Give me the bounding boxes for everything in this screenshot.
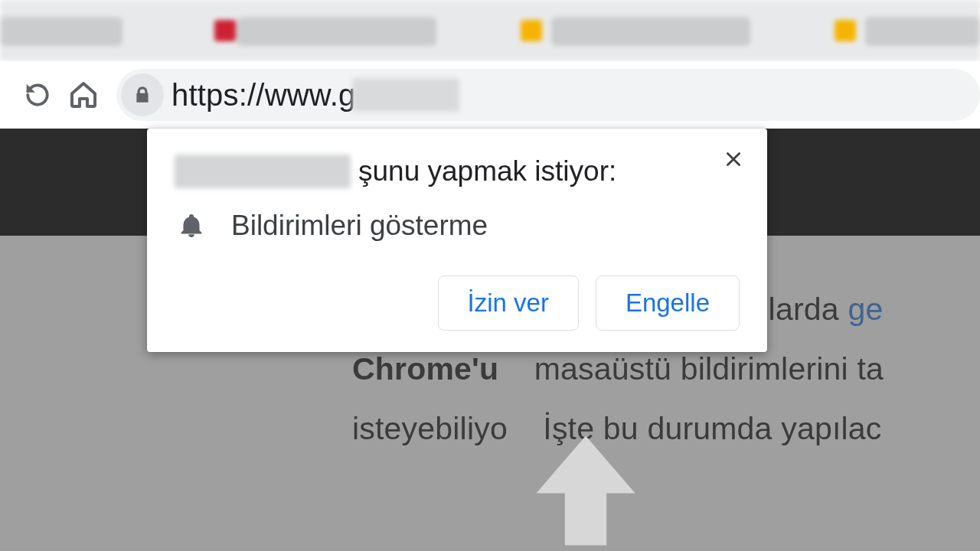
browser-toolbar: https://www.g — [0, 61, 980, 129]
close-button[interactable] — [717, 142, 750, 176]
site-info-button[interactable] — [121, 73, 164, 116]
article-text: isteyebiliyo — [352, 411, 508, 446]
popup-headline-text: şunu yapmak istiyor: — [358, 155, 616, 187]
home-button[interactable] — [64, 76, 103, 114]
lock-icon — [132, 85, 152, 105]
article-text: masaüstü bildirimlerini ta — [534, 351, 884, 386]
permission-label: Bildirimleri gösterme — [231, 210, 488, 242]
permission-row: Bildirimleri gösterme — [178, 210, 740, 242]
address-bar[interactable]: https://www.g — [116, 69, 980, 121]
url-text: https://www.g — [172, 78, 355, 112]
tab-strip — [0, 0, 980, 61]
popup-headline: şunu yapmak istiyor: — [175, 155, 740, 188]
article-text-bold: Chrome'u — [352, 351, 498, 386]
close-icon — [724, 149, 743, 169]
home-icon — [68, 80, 99, 110]
permission-popup: şunu yapmak istiyor: Bildirimleri göster… — [147, 129, 767, 352]
requesting-domain-obscured — [175, 155, 351, 188]
url-obscured — [352, 78, 459, 112]
up-arrow-graphic — [521, 425, 651, 551]
popup-actions: İzin ver Engelle — [175, 276, 740, 331]
block-button[interactable]: Engelle — [596, 276, 740, 331]
allow-button[interactable]: İzin ver — [438, 276, 579, 331]
article-link[interactable]: ge — [848, 292, 883, 327]
reload-icon — [23, 80, 52, 109]
reload-button[interactable] — [18, 76, 57, 114]
bell-icon — [178, 212, 205, 240]
